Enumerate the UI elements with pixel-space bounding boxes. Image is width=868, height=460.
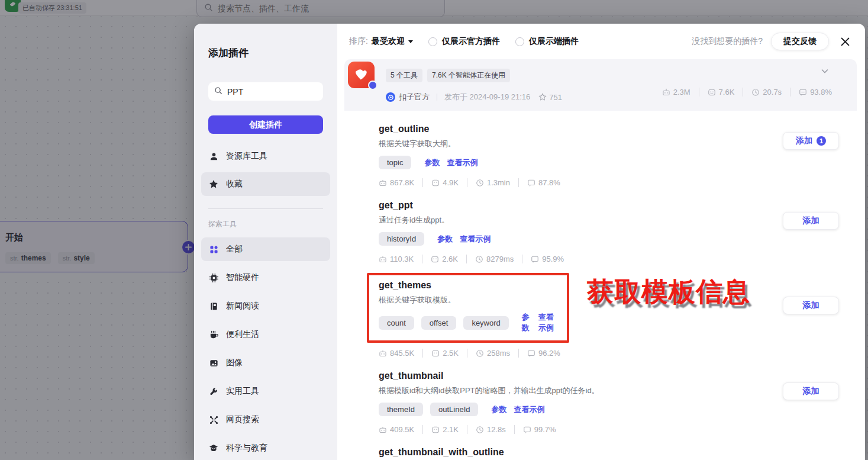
success-rate-icon bbox=[527, 179, 535, 187]
sidebar-item-all[interactable]: 全部 bbox=[201, 237, 330, 261]
bot-icon bbox=[379, 255, 387, 263]
graduation-cap-icon bbox=[208, 443, 219, 453]
tool-description: 通过任务id生成ppt。 bbox=[379, 215, 844, 226]
sidebar-item-library-tools[interactable]: 资源库工具 bbox=[201, 144, 330, 168]
add-tool-button[interactable]: 添加 bbox=[783, 382, 839, 400]
tool-stats: 867.8K 4.9K 1.3min 87.8% bbox=[379, 178, 844, 187]
clock-icon bbox=[476, 426, 484, 434]
view-example-link[interactable]: 查看示例 bbox=[447, 157, 477, 168]
tool-stats: 409.5K 2.1K 12.8s 99.7% bbox=[379, 425, 844, 434]
param-tag: offset bbox=[421, 316, 457, 330]
param-tag: outLineId bbox=[430, 403, 479, 416]
plugin-card-header[interactable]: 5 个工具 7.6K 个智能体正在使用 扣子官方 发布于 2024-09-19 … bbox=[344, 59, 857, 111]
sort-dropdown[interactable]: 最受欢迎 bbox=[372, 36, 413, 47]
sidebar-item-science-education[interactable]: 科学与教育 bbox=[201, 436, 330, 460]
params-link[interactable]: 参数 bbox=[437, 234, 453, 245]
tool-stats: 110.3K 2.6K 8279ms 95.9% bbox=[379, 255, 844, 263]
sidebar-item-smart-hardware[interactable]: 智能硬件 bbox=[201, 266, 330, 289]
clock-icon bbox=[751, 88, 760, 96]
official-verified-icon bbox=[386, 92, 395, 102]
users-icon bbox=[431, 179, 440, 187]
bot-icon bbox=[379, 179, 387, 187]
sidebar-item-daily-life[interactable]: 便利生活 bbox=[201, 323, 330, 346]
user-icon bbox=[208, 152, 219, 161]
sidebar-item-label: 科学与教育 bbox=[226, 443, 267, 453]
view-example-link[interactable]: 查看示例 bbox=[514, 404, 544, 415]
plugin-search-box[interactable] bbox=[208, 82, 323, 101]
sidebar-item-label: 收藏 bbox=[226, 179, 243, 189]
feedback-hint: 没找到想要的插件? bbox=[692, 36, 763, 47]
modal-title: 添加插件 bbox=[208, 46, 323, 60]
success-rate-icon bbox=[799, 88, 807, 96]
add-tool-button[interactable]: 添加 bbox=[783, 212, 839, 230]
tool-description: 根据关键字获取模版。 bbox=[379, 295, 557, 305]
tool-row-get-ppt: get_ppt 通过任务id生成ppt。 historyId 参数 查看示例 1… bbox=[379, 187, 844, 263]
tool-row-get-thumbnail-with-outline: get_thumbnail_with_outline 通过大纲的详细内容和模版i… bbox=[379, 434, 844, 460]
tools-count-badge: 5 个工具 bbox=[386, 69, 422, 82]
usage-count-badge: 7.6K 个智能体正在使用 bbox=[427, 69, 510, 82]
users-icon bbox=[431, 255, 439, 263]
add-tool-button[interactable]: 添加 1 bbox=[783, 132, 839, 150]
users-icon bbox=[708, 88, 716, 96]
chevron-down-icon bbox=[408, 40, 413, 43]
tool-row-get-outline: get_outline 根据关键字获取大纲。 topic 参数 查看示例 867… bbox=[379, 111, 844, 187]
clock-icon bbox=[476, 349, 484, 358]
radio-icon[interactable] bbox=[515, 37, 524, 46]
grid-icon bbox=[208, 245, 219, 254]
coffee-cup-icon bbox=[208, 330, 219, 339]
sidebar-item-label: 网页搜索 bbox=[226, 414, 259, 425]
param-tag: historyId bbox=[379, 232, 424, 246]
publish-date: 发布于 2024-09-19 21:16 bbox=[444, 92, 530, 102]
tool-row-get-themes: get_themes 根据关键字获取模版。 count offset keywo… bbox=[379, 263, 844, 358]
plugin-search-input[interactable] bbox=[227, 87, 317, 96]
view-example-link[interactable]: 查看示例 bbox=[460, 234, 491, 245]
sidebar-divider bbox=[208, 208, 323, 209]
star-count[interactable]: 751 bbox=[538, 93, 562, 102]
collapse-chevron-icon[interactable] bbox=[820, 66, 830, 76]
submit-feedback-button[interactable]: 提交反馈 bbox=[771, 33, 829, 50]
create-plugin-button[interactable]: 创建插件 bbox=[208, 115, 323, 134]
annotation-text: 获取模板信息 bbox=[587, 274, 750, 310]
param-tag: count bbox=[379, 316, 414, 330]
explore-tools-section-label: 探索工具 bbox=[208, 219, 323, 229]
add-plugin-modal: 添加插件 创建插件 资源库工具 收藏 探索工具 bbox=[194, 24, 865, 460]
view-example-link[interactable]: 查看示例 bbox=[538, 312, 557, 333]
sidebar-item-label: 资源库工具 bbox=[226, 151, 267, 162]
tool-name: get_ppt bbox=[379, 200, 844, 211]
sidebar-item-favorites[interactable]: 收藏 bbox=[201, 172, 330, 196]
category-list: 全部 智能硬件 新闻阅读 便利生活 bbox=[208, 237, 323, 460]
sidebar-item-utilities[interactable]: 实用工具 bbox=[201, 379, 330, 403]
sidebar-item-web-search[interactable]: 网页搜索 bbox=[201, 408, 330, 432]
sidebar-item-image[interactable]: 图像 bbox=[201, 351, 330, 375]
params-link[interactable]: 参数 bbox=[522, 312, 531, 333]
param-tag: themeId bbox=[379, 403, 423, 416]
plugin-modal-sidebar: 添加插件 创建插件 资源库工具 收藏 探索工具 bbox=[194, 24, 337, 460]
plugin-author: 扣子官方 bbox=[399, 92, 430, 102]
plugin-logo-badge-icon bbox=[368, 81, 377, 90]
bot-icon bbox=[379, 426, 387, 434]
web-search-icon bbox=[208, 416, 219, 424]
clock-icon bbox=[475, 255, 483, 263]
added-count-badge: 1 bbox=[817, 136, 826, 146]
sidebar-item-label: 全部 bbox=[226, 244, 243, 255]
device-plugins-filter[interactable]: 仅展示端插件 bbox=[515, 36, 579, 47]
plugin-stats: 2.3M 7.6K 20.7s 93.8% bbox=[662, 88, 832, 96]
tool-list: get_outline 根据关键字获取大纲。 topic 参数 查看示例 867… bbox=[344, 111, 857, 460]
close-icon[interactable] bbox=[841, 37, 850, 46]
bot-icon bbox=[662, 88, 670, 96]
add-tool-button[interactable]: 添加 bbox=[783, 297, 839, 314]
sidebar-item-news-reading[interactable]: 新闻阅读 bbox=[201, 294, 330, 318]
users-icon bbox=[431, 349, 440, 358]
params-link[interactable]: 参数 bbox=[491, 404, 506, 415]
official-plugins-filter[interactable]: 仅展示官方插件 bbox=[428, 36, 500, 47]
sidebar-item-label: 便利生活 bbox=[226, 329, 259, 340]
sort-label: 排序: bbox=[349, 36, 368, 47]
chip-icon bbox=[208, 274, 219, 282]
star-outline-icon bbox=[538, 93, 547, 101]
params-link[interactable]: 参数 bbox=[424, 157, 440, 168]
radio-icon[interactable] bbox=[428, 37, 437, 46]
tool-name: get_thumbnail bbox=[379, 371, 844, 381]
plugin-modal-content: 排序: 最受欢迎 仅展示官方插件 仅展示端插件 没找到想要的插件? 提交反馈 bbox=[337, 24, 865, 460]
sidebar-item-label: 智能硬件 bbox=[226, 272, 259, 283]
param-tag: keyword bbox=[463, 316, 508, 330]
